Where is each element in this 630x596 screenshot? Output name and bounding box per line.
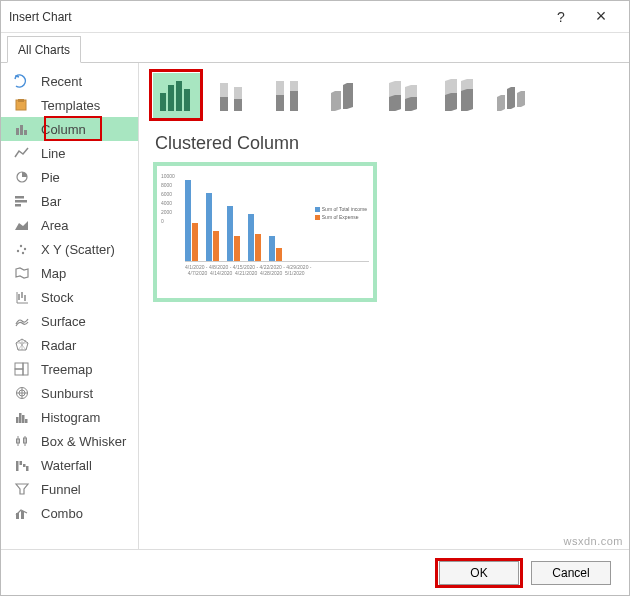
svg-rect-3	[20, 125, 23, 135]
bar-group	[248, 214, 261, 261]
sidebar-item-label: Box & Whisker	[41, 434, 126, 449]
combo-icon	[13, 505, 31, 521]
insert-chart-dialog: Insert Chart ? × All Charts RecentTempla…	[0, 0, 630, 596]
sidebar-item-treemap[interactable]: Treemap	[1, 357, 138, 381]
sidebar-item-column[interactable]: Column	[1, 117, 138, 141]
svg-rect-29	[21, 511, 24, 519]
chart-type-sidebar: RecentTemplatesColumnLinePieBarAreaX Y (…	[1, 63, 139, 549]
scatter-icon	[13, 241, 31, 257]
svg-rect-37	[234, 99, 242, 111]
histogram-icon	[13, 409, 31, 425]
sidebar-item-bar[interactable]: Bar	[1, 189, 138, 213]
3d-100-stacked-column-icon	[437, 79, 477, 113]
sidebar-item-label: Stock	[41, 290, 74, 305]
boxwhisker-icon	[13, 433, 31, 449]
bar-group	[185, 180, 198, 261]
sidebar-item-waterfall[interactable]: Waterfall	[1, 453, 138, 477]
help-button[interactable]: ?	[541, 1, 581, 33]
bar-series-2	[255, 234, 261, 261]
svg-rect-24	[16, 461, 19, 471]
bar-series-2	[276, 248, 282, 261]
templates-icon	[13, 97, 31, 113]
bar-series-1	[227, 206, 233, 261]
sidebar-item-surface[interactable]: Surface	[1, 309, 138, 333]
preview-title: Clustered Column	[155, 133, 615, 154]
help-icon: ?	[557, 9, 565, 25]
treemap-icon	[13, 361, 31, 377]
sidebar-item-label: Column	[41, 122, 86, 137]
ok-button[interactable]: OK	[439, 561, 519, 585]
tabstrip: All Charts	[1, 33, 629, 63]
sidebar-item-label: Sunburst	[41, 386, 93, 401]
svg-rect-32	[176, 81, 182, 111]
sidebar-item-map[interactable]: Map	[1, 261, 138, 285]
subtype-3d-stacked-column[interactable]	[377, 73, 425, 119]
sidebar-item-funnel[interactable]: Funnel	[1, 477, 138, 501]
sidebar-item-label: Pie	[41, 170, 60, 185]
sidebar-item-radar[interactable]: Radar	[1, 333, 138, 357]
svg-rect-1	[18, 99, 24, 102]
svg-rect-33	[184, 89, 190, 111]
svg-point-9	[17, 250, 19, 252]
svg-point-10	[20, 245, 22, 247]
svg-rect-4	[24, 130, 27, 135]
stock-icon	[13, 289, 31, 305]
titlebar: Insert Chart ? ×	[1, 1, 629, 33]
3d-column-icon	[493, 79, 533, 113]
chart-preview[interactable]: 1000080006000400020000 Sum of Total inco…	[153, 162, 377, 302]
svg-rect-7	[15, 200, 27, 203]
sidebar-item-area[interactable]: Area	[1, 213, 138, 237]
svg-rect-13	[15, 363, 23, 369]
bar-series-1	[206, 193, 212, 261]
subtype-100-stacked-column[interactable]	[265, 73, 313, 119]
sidebar-item-label: Bar	[41, 194, 61, 209]
svg-rect-8	[15, 204, 21, 207]
area-icon	[13, 217, 31, 233]
bar-group	[227, 206, 240, 261]
y-axis-labels: 1000080006000400020000	[161, 172, 175, 226]
dialog-footer: OK Cancel	[1, 549, 629, 595]
sidebar-item-label: Line	[41, 146, 66, 161]
sidebar-item-label: Histogram	[41, 410, 100, 425]
svg-rect-19	[19, 413, 22, 423]
sidebar-item-templates[interactable]: Templates	[1, 93, 138, 117]
3d-stacked-column-icon	[381, 79, 421, 113]
sidebar-item-sunburst[interactable]: Sunburst	[1, 381, 138, 405]
funnel-icon	[13, 481, 31, 497]
sidebar-item-label: Waterfall	[41, 458, 92, 473]
radar-icon	[13, 337, 31, 353]
sidebar-item-label: Treemap	[41, 362, 93, 377]
sidebar-item-recent[interactable]: Recent	[1, 69, 138, 93]
tab-all-charts[interactable]: All Charts	[7, 36, 81, 63]
subtype-3d-100-stacked-column[interactable]	[433, 73, 481, 119]
cancel-button[interactable]: Cancel	[531, 561, 611, 585]
sidebar-item-stock[interactable]: Stock	[1, 285, 138, 309]
svg-rect-41	[290, 91, 298, 111]
sidebar-item-combo[interactable]: Combo	[1, 501, 138, 525]
column-icon	[13, 121, 31, 137]
sidebar-item-histogram[interactable]: Histogram	[1, 405, 138, 429]
subtype-3d-clustered-column[interactable]	[321, 73, 369, 119]
sidebar-item-box-whisker[interactable]: Box & Whisker	[1, 429, 138, 453]
100-stacked-column-icon	[270, 79, 308, 113]
close-button[interactable]: ×	[581, 1, 621, 33]
sidebar-item-x-y-scatter-[interactable]: X Y (Scatter)	[1, 237, 138, 261]
sidebar-item-label: Funnel	[41, 482, 81, 497]
bar-icon	[13, 193, 31, 209]
subtype-3d-column[interactable]	[489, 73, 537, 119]
sidebar-item-pie[interactable]: Pie	[1, 165, 138, 189]
sidebar-item-line[interactable]: Line	[1, 141, 138, 165]
subtype-stacked-column[interactable]	[209, 73, 257, 119]
bar-group	[206, 193, 219, 261]
legend-swatch-icon	[315, 215, 320, 220]
svg-rect-20	[22, 415, 25, 423]
watermark: wsxdn.com	[563, 535, 623, 547]
bar-series-1	[185, 180, 191, 261]
svg-rect-26	[23, 464, 26, 467]
subtype-clustered-column[interactable]	[153, 73, 201, 119]
stacked-column-icon	[214, 79, 252, 113]
svg-rect-35	[220, 97, 228, 111]
svg-point-11	[24, 248, 26, 250]
bar-group	[269, 236, 282, 262]
sidebar-item-label: Recent	[41, 74, 82, 89]
